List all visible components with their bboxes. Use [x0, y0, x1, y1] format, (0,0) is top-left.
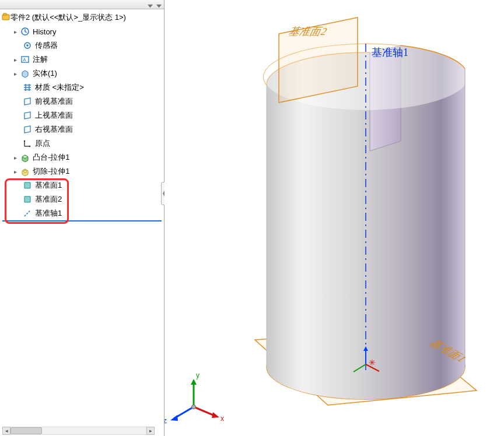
- scroll-right-button[interactable]: ▸: [146, 427, 155, 435]
- svg-marker-17: [24, 126, 30, 133]
- solid-body-icon: [20, 68, 30, 79]
- svg-point-6: [26, 44, 29, 47]
- part-icon: [1, 12, 10, 23]
- expander-placeholder: [14, 210, 21, 217]
- tree-item-sensors[interactable]: 传感器: [0, 38, 164, 52]
- tree-item-label: 基准面1: [35, 180, 62, 191]
- datum-plane2-label[interactable]: 基准面2: [286, 24, 330, 38]
- plane-icon: [22, 124, 33, 135]
- part-name-label: 零件2 (默认<<默认>_显示状态 1>): [10, 12, 126, 23]
- scroll-left-button[interactable]: ◂: [2, 427, 10, 435]
- svg-marker-9: [22, 71, 28, 78]
- tree-item-label: 传感器: [35, 40, 58, 51]
- tree-item-top-plane[interactable]: 上视基准面: [0, 108, 164, 122]
- svg-marker-16: [24, 112, 30, 119]
- graphics-viewport[interactable]: ✳ y x z 基准面2 基准轴1 基准面1: [164, 0, 504, 436]
- datum-plane-icon: [22, 180, 33, 191]
- expander-placeholder: [14, 98, 21, 105]
- global-triad: y x z: [164, 371, 224, 425]
- svg-marker-25: [24, 170, 26, 173]
- tree-item-label: History: [33, 27, 56, 36]
- plane-icon: [22, 110, 33, 121]
- tree-item-front-plane[interactable]: 前视基准面: [0, 94, 164, 108]
- datum-axis-icon: [22, 208, 33, 219]
- tree-insertion-bar[interactable]: [2, 220, 162, 221]
- svg-line-28: [24, 210, 30, 216]
- svg-marker-1: [156, 5, 162, 8]
- boss-extrude-icon: [20, 152, 30, 163]
- svg-text:A: A: [23, 57, 26, 62]
- tree-item-boss-extrude[interactable]: ▸ 凸台-拉伸1: [0, 150, 164, 164]
- svg-marker-20: [24, 140, 26, 142]
- expander-icon[interactable]: ▸: [12, 168, 19, 175]
- expander-placeholder: [14, 126, 21, 133]
- tree-item-datum-plane1[interactable]: 基准面1: [0, 178, 164, 192]
- expander-icon[interactable]: ▸: [12, 70, 19, 77]
- scroll-track[interactable]: [10, 427, 146, 435]
- datum-axis1-label[interactable]: 基准轴1: [372, 45, 408, 59]
- svg-marker-40: [212, 412, 219, 418]
- annotation-icon: A: [20, 54, 30, 65]
- expander-placeholder: [14, 84, 21, 91]
- triad-z-label: z: [164, 417, 167, 425]
- tree-item-label: 材质 <未指定>: [35, 82, 84, 93]
- expander-placeholder: [14, 182, 21, 189]
- tree-item-label: 实体(1): [33, 68, 57, 79]
- cut-extrude-icon: [20, 166, 30, 177]
- tree-item-solid-bodies[interactable]: ▸ 实体(1): [0, 66, 164, 80]
- expander-icon[interactable]: ▸: [12, 28, 19, 35]
- datum-plane-icon: [22, 194, 33, 205]
- plane-icon: [22, 96, 33, 107]
- history-icon: [20, 26, 30, 37]
- tree-item-label: 凸台-拉伸1: [33, 152, 70, 163]
- expander-placeholder: [14, 140, 21, 147]
- material-icon: [22, 82, 33, 93]
- tree-item-label: 切除-拉伸1: [33, 166, 70, 177]
- tree-item-material[interactable]: 材质 <未指定>: [0, 80, 164, 94]
- app-root: 零件2 (默认<<默认>_显示状态 1>) ▸ History 传感器: [0, 0, 504, 436]
- tree-item-cut-extrude[interactable]: ▸ 切除-拉伸1: [0, 164, 164, 178]
- feature-tree: 零件2 (默认<<默认>_显示状态 1>) ▸ History 传感器: [0, 9, 164, 436]
- triad-y-label: y: [196, 371, 200, 379]
- tree-item-label: 前视基准面: [35, 96, 73, 107]
- horizontal-scrollbar[interactable]: ◂ ▸: [2, 427, 155, 435]
- triad-x-label: x: [220, 414, 224, 423]
- svg-marker-15: [24, 98, 30, 105]
- svg-marker-21: [29, 146, 31, 147]
- tree-item-datum-axis1[interactable]: 基准轴1: [0, 206, 164, 220]
- tree-item-label: 上视基准面: [35, 110, 73, 121]
- tree-toolbar: [0, 0, 164, 9]
- tree-item-history[interactable]: ▸ History: [0, 24, 164, 38]
- tree-item-label: 原点: [35, 138, 50, 149]
- svg-marker-38: [191, 379, 197, 385]
- expander-placeholder: [14, 112, 21, 119]
- dropdown-icon[interactable]: [156, 2, 162, 7]
- svg-marker-0: [148, 5, 153, 8]
- svg-text:✳: ✳: [369, 358, 376, 367]
- tree-item-origin[interactable]: 原点: [0, 136, 164, 150]
- svg-marker-27: [24, 196, 30, 202]
- svg-point-43: [192, 405, 196, 409]
- svg-marker-42: [170, 415, 178, 421]
- viewport-svg: ✳ y x z: [164, 0, 504, 436]
- svg-rect-3: [4, 13, 6, 15]
- tree-part-root[interactable]: 零件2 (默认<<默认>_显示状态 1>): [0, 10, 164, 24]
- expander-placeholder: [14, 42, 21, 49]
- origin-icon: [22, 138, 33, 149]
- tree-item-annotations[interactable]: ▸ A 注解: [0, 52, 164, 66]
- tree-item-label: 基准面2: [35, 194, 62, 205]
- tree-item-label: 注解: [33, 54, 48, 65]
- tree-item-datum-plane2[interactable]: 基准面2: [0, 192, 164, 206]
- svg-marker-26: [24, 182, 30, 188]
- tree-item-label: 基准轴1: [35, 208, 62, 219]
- tree-item-label: 右视基准面: [35, 124, 73, 135]
- dropdown-icon[interactable]: [148, 2, 153, 7]
- expander-icon[interactable]: ▸: [12, 56, 19, 63]
- scroll-thumb[interactable]: [10, 427, 42, 434]
- sensor-icon: [22, 40, 33, 51]
- expander-icon[interactable]: ▸: [12, 154, 19, 161]
- feature-tree-panel: 零件2 (默认<<默认>_显示状态 1>) ▸ History 传感器: [0, 0, 164, 436]
- tree-item-right-plane[interactable]: 右视基准面: [0, 122, 164, 136]
- expander-placeholder: [14, 196, 21, 203]
